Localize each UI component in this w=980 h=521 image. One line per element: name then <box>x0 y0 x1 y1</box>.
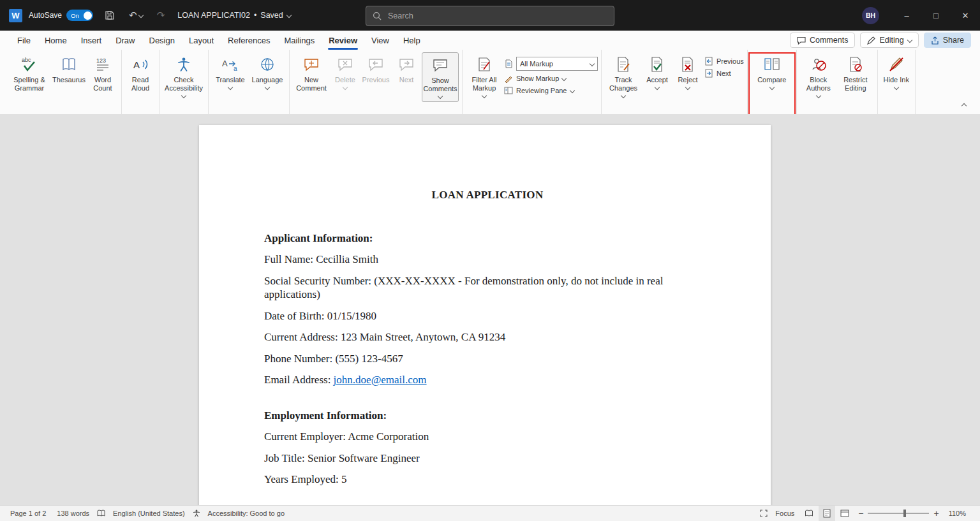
delete-comment-button[interactable]: Delete <box>330 52 360 102</box>
filter-markup-icon <box>476 55 493 73</box>
collapse-ribbon-button[interactable] <box>958 101 970 110</box>
show-markup-chevron-icon <box>561 76 567 81</box>
next-comment-button[interactable]: Next <box>391 52 422 102</box>
zoom-out-button[interactable]: − <box>854 508 867 518</box>
zoom-in-button[interactable]: + <box>930 508 942 518</box>
read-aloud-label: Read Aloud <box>126 76 154 92</box>
tab-layout[interactable]: Layout <box>182 31 221 50</box>
menubar: File Home Insert Draw Design Layout Refe… <box>0 31 980 50</box>
proofing-status-icon[interactable] <box>95 510 107 517</box>
autosave-toggle-knob <box>84 11 92 20</box>
language-button[interactable]: Language <box>249 52 286 102</box>
block-authors-button[interactable]: Block Authors <box>800 52 837 102</box>
tab-mailings[interactable]: Mailings <box>278 31 322 50</box>
check-accessibility-button[interactable]: Check Accessibility <box>163 52 205 102</box>
statusbar-left: Page 1 of 2 138 words English (United St… <box>0 510 290 517</box>
thesaurus-button[interactable]: Thesaurus <box>50 52 87 102</box>
check-accessibility-label: Check Accessibility <box>164 76 204 92</box>
document-title[interactable]: LOAN APPLICATI02 • Saved <box>177 11 291 20</box>
share-button[interactable]: Share <box>924 33 971 48</box>
language-indicator[interactable]: English (United States) <box>108 510 190 517</box>
accessibility-status[interactable]: Accessibility: Good to go <box>203 510 290 517</box>
globe-icon <box>259 55 276 73</box>
autosave-toggle[interactable]: On <box>66 10 93 21</box>
reject-button[interactable]: Reject <box>672 52 703 102</box>
tab-view[interactable]: View <box>364 31 396 50</box>
search-input[interactable] <box>387 11 607 21</box>
hide-ink-chevron-icon <box>894 85 899 90</box>
print-layout-button[interactable] <box>819 506 835 521</box>
show-comments-button[interactable]: Show Comments <box>422 52 459 102</box>
email-link[interactable]: john.doe@email.com <box>334 374 427 386</box>
focus-button[interactable]: Focus <box>770 510 799 517</box>
previous-change-button[interactable]: Previous <box>704 57 744 66</box>
document-page[interactable]: LOAN APPLICATION Applicant Information: … <box>199 125 771 506</box>
tab-draw[interactable]: Draw <box>108 31 142 50</box>
word-logo-icon: W <box>9 9 22 22</box>
next-change-button[interactable]: Next <box>704 69 744 78</box>
spelling-grammar-button[interactable]: abc Spelling & Grammar <box>8 52 50 102</box>
tab-review[interactable]: Review <box>322 31 364 50</box>
reviewing-pane-chevron-icon <box>569 88 574 93</box>
tab-home[interactable]: Home <box>38 31 74 50</box>
minimize-button[interactable]: – <box>892 0 921 31</box>
svg-text:a: a <box>234 65 237 72</box>
accept-button[interactable]: Accept <box>642 52 672 102</box>
check-accessibility-chevron-icon <box>181 93 186 98</box>
word-count-button[interactable]: 123 Word Count <box>87 52 118 102</box>
titlebar: W AutoSave On ↶ ↷ LOAN APPLICATI02 • Sav… <box>0 0 980 31</box>
show-comments-chevron-icon <box>438 94 443 99</box>
redo-button[interactable]: ↷ <box>154 7 168 24</box>
undo-button[interactable]: ↶ <box>126 7 145 24</box>
zoom-slider[interactable] <box>868 506 929 521</box>
tab-insert[interactable]: Insert <box>74 31 109 50</box>
close-button[interactable]: ✕ <box>951 0 980 31</box>
tab-help[interactable]: Help <box>396 31 427 50</box>
show-comments-icon <box>432 56 449 74</box>
track-changes-button[interactable]: Track Changes <box>605 52 642 102</box>
accessibility-status-icon <box>191 510 202 517</box>
tab-file[interactable]: File <box>10 31 38 50</box>
accessibility-person-icon <box>175 55 192 73</box>
maximize-button[interactable]: □ <box>921 0 951 31</box>
zoom-level[interactable]: 110% <box>944 510 971 517</box>
filter-all-markup-button[interactable]: Filter All Markup <box>466 52 503 102</box>
tab-references[interactable]: References <box>221 31 277 50</box>
avatar[interactable]: BH <box>862 7 879 24</box>
previous-comment-icon <box>368 55 384 73</box>
tab-design[interactable]: Design <box>142 31 182 50</box>
show-markup-button[interactable]: Show Markup <box>504 74 598 83</box>
read-aloud-button[interactable]: A Read Aloud <box>125 52 156 102</box>
word-count-indicator[interactable]: 138 words <box>52 510 94 517</box>
doc-paragraph: Email Address: john.doe@email.com <box>264 373 711 387</box>
document-title-text: LOAN APPLICATI02 <box>177 11 250 20</box>
hide-ink-button[interactable]: Hide Ink <box>881 52 912 102</box>
restrict-editing-button[interactable]: Restrict Editing <box>837 52 874 102</box>
read-mode-button[interactable] <box>800 506 818 521</box>
document-canvas[interactable]: LOAN APPLICATION Applicant Information: … <box>0 114 980 506</box>
translate-button[interactable]: Aa Translate <box>212 52 249 102</box>
restrict-editing-label: Restrict Editing <box>838 76 873 92</box>
block-authors-icon <box>810 55 827 73</box>
pencil-icon <box>867 36 875 45</box>
compare-button[interactable]: Compare <box>751 52 793 102</box>
doc-section-heading: Applicant Information: <box>264 231 711 246</box>
doc-paragraph: Date of Birth: 01/15/1980 <box>264 309 711 323</box>
all-markup-combobox[interactable]: All Markup <box>516 57 598 71</box>
all-markup-select[interactable]: All Markup <box>504 57 598 71</box>
editing-mode-button[interactable]: Editing <box>860 33 918 48</box>
svg-text:123: 123 <box>96 57 106 64</box>
web-layout-button[interactable] <box>836 506 854 521</box>
page-indicator[interactable]: Page 1 of 2 <box>5 510 51 517</box>
show-markup-label: Show Markup <box>516 75 559 82</box>
new-comment-button[interactable]: New Comment <box>293 52 330 102</box>
word-count-label: Word Count <box>89 76 117 92</box>
search-box[interactable] <box>366 6 614 26</box>
save-button[interactable] <box>102 8 117 23</box>
comments-button[interactable]: Comments <box>790 33 855 48</box>
previous-comment-button[interactable]: Previous <box>360 52 391 102</box>
reviewing-pane-button[interactable]: Reviewing Pane <box>504 86 598 95</box>
markup-options-column: All Markup Show Markup Reviewing Pane <box>504 52 598 95</box>
zoom-slider-thumb[interactable] <box>903 510 906 517</box>
doc-paragraph: Job Title: Senior Software Engineer <box>264 451 711 466</box>
